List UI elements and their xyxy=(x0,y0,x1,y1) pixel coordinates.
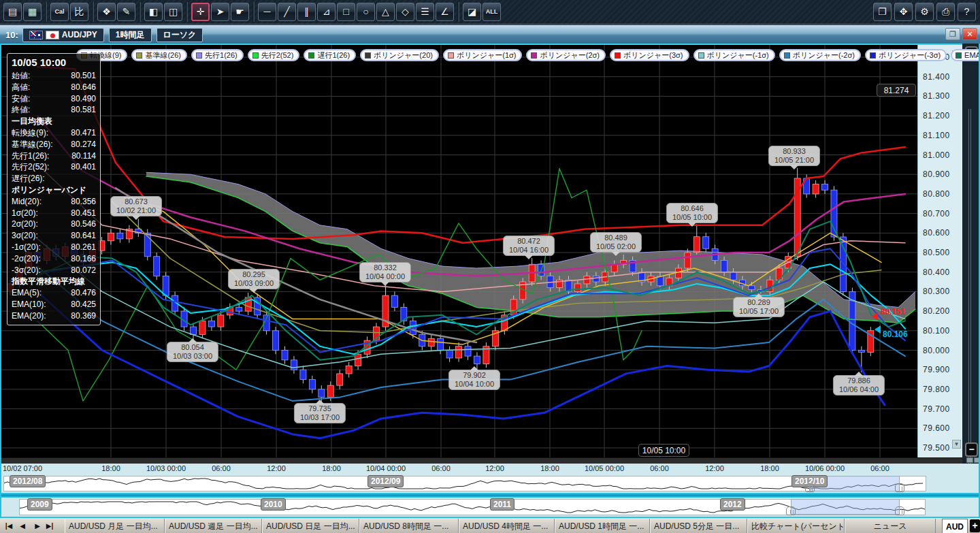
settings-gear-icon[interactable]: ⚙ xyxy=(915,3,934,21)
tab-next-button[interactable]: ▶ xyxy=(31,519,44,533)
legend-126[interactable]: 先行1(26) xyxy=(191,49,244,61)
callout-time: 10/02 21:00 xyxy=(116,206,156,215)
ask-price-label: 80.151 xyxy=(881,307,906,317)
navigator-handle[interactable] xyxy=(895,506,904,515)
time-axis: 10/02 07:0018:0010/03 00:0006:0012:0018:… xyxy=(0,464,980,474)
tab-item[interactable]: 比較チャート(パーセント... xyxy=(747,519,845,533)
price-axis[interactable]: 81.50081.40081.30081.20081.10081.00080.9… xyxy=(917,45,962,457)
navigator-handle[interactable] xyxy=(805,483,815,492)
legend-3[interactable]: ボリンジャー(3σ) xyxy=(610,49,689,61)
tab-item[interactable]: AUD/USD 週足 一目均... xyxy=(165,519,262,533)
eraser-all-icon[interactable]: ALL xyxy=(483,3,501,21)
price-chart-canvas[interactable] xyxy=(0,45,917,464)
tab-item[interactable]: AUD/USD 5分足 一目... xyxy=(650,519,747,533)
navigator-handle[interactable] xyxy=(786,506,796,515)
legend-label: 基準線(26) xyxy=(145,50,181,61)
panel-row-value: 80.356 xyxy=(71,196,96,208)
draw-pencil-icon[interactable]: ✎ xyxy=(117,3,135,21)
callout-price: 80.295 xyxy=(234,270,274,279)
calendar-icon[interactable]: Cal xyxy=(50,3,69,21)
restore-window-button[interactable]: ❐ xyxy=(945,28,960,40)
eraser-icon[interactable]: ◪ xyxy=(463,3,481,21)
price-tick: 80.800 xyxy=(923,189,950,199)
fullscreen-icon[interactable]: ✥ xyxy=(894,3,913,21)
tab-prev-button[interactable]: ◀ xyxy=(16,519,29,533)
panel-row-value: 80.641 xyxy=(71,230,96,242)
vertical-scrollbar-track[interactable] xyxy=(968,109,971,477)
add-tab-button[interactable]: + xyxy=(970,519,980,532)
chart-tab-bar: AUD + |◀◀▶▶|AUD/USD 月足 一目均...AUD/USD 週足 … xyxy=(0,517,980,533)
tab-aud-active[interactable]: AUD xyxy=(942,519,968,533)
triangle-icon[interactable]: △ xyxy=(376,3,395,21)
price-marker-badge: 81.274 xyxy=(877,84,916,97)
time-tick: 10/05 00:00 xyxy=(585,464,624,472)
tab-item[interactable]: AUD/USD 月足 一目均... xyxy=(65,519,165,533)
tab-item[interactable]: ニュース xyxy=(845,519,936,533)
ellipse-icon[interactable]: ○ xyxy=(357,3,375,21)
panel-row: 安値:80.490 xyxy=(12,93,96,105)
fan-lines-icon[interactable]: ∠ xyxy=(436,3,454,21)
trend-line-icon[interactable]: ╱ xyxy=(278,3,296,21)
zoom-out-button[interactable]: − xyxy=(965,442,978,457)
chart-window-titlebar[interactable]: 10: AUD/JPY 1時間足 ローソク ❐ ✕ xyxy=(0,25,980,44)
save-icon[interactable]: ◫ xyxy=(164,3,182,21)
legend-26[interactable]: 基準線(26) xyxy=(131,49,187,61)
tab-first-button[interactable]: |◀ xyxy=(3,519,15,533)
hand-icon[interactable]: ☛ xyxy=(231,3,249,21)
legend--2[interactable]: ボリンジャー(-2σ) xyxy=(779,49,861,61)
crosshair-time-badge: 10/05 10:00 xyxy=(638,444,689,457)
legend-1[interactable]: ボリンジャー(1σ) xyxy=(443,49,523,61)
horizontal-scrollbar[interactable] xyxy=(0,457,962,464)
angle-line-icon[interactable]: ⊿ xyxy=(317,3,336,21)
time-tick: 18:00 xyxy=(540,464,559,472)
scroll-down-arrow[interactable]: ▼ xyxy=(952,440,961,449)
navigator-handle[interactable] xyxy=(895,483,904,492)
tab-item[interactable]: AUD/USD 8時間足 一... xyxy=(359,519,459,533)
month-navigator-track[interactable] xyxy=(3,476,926,491)
toolbar-separator xyxy=(45,2,47,22)
trend-line-horizontal-icon[interactable]: ─ xyxy=(258,3,276,21)
legend--3[interactable]: ボリンジャー(-3σ) xyxy=(865,49,947,61)
analysis-link-icon[interactable]: ❖ xyxy=(97,3,116,21)
tab-item[interactable]: AUD/USD 4時間足 一... xyxy=(459,519,555,533)
close-window-button[interactable]: ✕ xyxy=(962,28,977,40)
navigator-selection[interactable] xyxy=(791,499,900,515)
tab-item[interactable]: AUD/USD 1時間足 一... xyxy=(555,519,650,533)
chart-settings-icon[interactable]: ◧ xyxy=(144,3,163,21)
hscroll-left-button[interactable] xyxy=(966,457,973,463)
swing-callout: 80.48910/05 02:00 xyxy=(590,232,642,253)
legend-EMA5[interactable]: EMA(5) xyxy=(951,49,980,61)
tab-item[interactable]: AUD/USD 日足 一目均... xyxy=(262,519,359,533)
navigator-badge: 2011 xyxy=(490,498,514,511)
help-icon[interactable]: ? xyxy=(958,3,976,21)
rectangle-icon[interactable]: □ xyxy=(337,3,355,21)
chart-type-button[interactable]: ローソク xyxy=(157,28,203,42)
print-icon[interactable]: ⎙ xyxy=(936,3,955,21)
legend-252[interactable]: 先行2(52) xyxy=(248,49,300,61)
panel-row-value: 80.166 xyxy=(71,253,96,265)
new-chart-icon[interactable]: ▦ xyxy=(23,3,42,21)
legend--1[interactable]: ボリンジャー(-1σ) xyxy=(693,49,775,61)
legend-126[interactable]: 遅行1(26) xyxy=(304,49,356,61)
legend-20[interactable]: ボリンジャー(20) xyxy=(360,49,439,61)
polygon-icon[interactable]: ◇ xyxy=(396,3,414,21)
legend-swatch-icon xyxy=(784,52,790,59)
legend-swatch-icon xyxy=(196,52,202,59)
price-tick: 80.400 xyxy=(923,268,950,277)
board-list-icon[interactable]: ▤ xyxy=(3,3,22,21)
legend-label: ボリンジャー(3σ) xyxy=(623,50,683,61)
timeframe-button[interactable]: 1時間足 xyxy=(109,28,152,42)
swing-callout: 80.93310/05 21:00 xyxy=(768,146,820,166)
swing-callout: 79.88610/06 04:00 xyxy=(833,375,885,395)
window-layout-icon[interactable]: ❐ xyxy=(873,3,892,21)
parallel-lines-icon[interactable]: ∥ xyxy=(297,3,316,21)
compare-icon[interactable]: 比 xyxy=(70,3,88,21)
legend-2[interactable]: ボリンジャー(2σ) xyxy=(526,49,606,61)
tab-last-button[interactable]: ▶| xyxy=(44,519,56,533)
cursor-icon[interactable]: ➤ xyxy=(211,3,229,21)
crosshair-icon[interactable]: ✛ xyxy=(191,3,210,21)
navigator-badge: 2012/08 xyxy=(10,475,46,487)
panel-row-value: 80.501 xyxy=(71,70,96,82)
fibonacci-lines-icon[interactable]: ☰ xyxy=(416,3,434,21)
currency-pair-button[interactable]: AUD/JPY xyxy=(22,28,104,42)
